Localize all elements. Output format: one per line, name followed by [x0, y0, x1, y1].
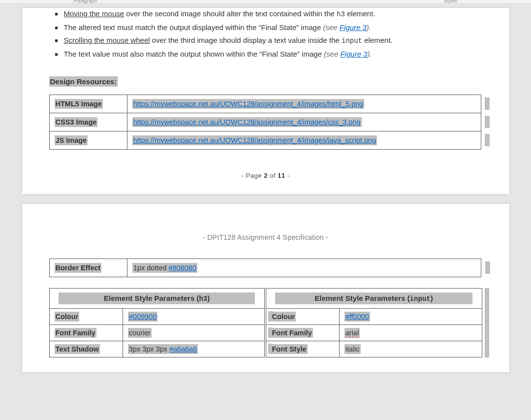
table-row: Font Style italic [266, 341, 482, 357]
input-params-table: Element Style Parameters (input) Colour … [266, 288, 482, 357]
cell-key: Font Style [271, 344, 308, 354]
bullet-icon: ■ [49, 34, 64, 45]
input-params-column: Element Style Parameters (input) Colour … [266, 288, 482, 357]
resource-link[interactable]: https://mywebspace.net.au/UOWC128/assign… [133, 118, 361, 126]
ribbon-group-styles: Styles [444, 0, 457, 3]
ribbon-group-paragraph: Paragraph [74, 0, 97, 3]
ribbon-fragment: Paragraph Styles [0, 0, 531, 4]
resource-key: CSS3 Image [55, 117, 98, 127]
requirements-list: ■ Moving the mouse over the second image… [49, 8, 482, 60]
resource-link[interactable]: https://mywebspace.net.au/UOWC128/assign… [133, 136, 376, 144]
selection-highlight-icon [485, 288, 489, 357]
table-row: HTML5 Image https://mywebspace.net.au/UO… [49, 95, 482, 113]
page-3: - DPIT128 Assignment 4 Specification - B… [22, 204, 509, 372]
list-text: Moving the mouse over the second image s… [64, 8, 375, 20]
page-2: ■ Moving the mouse over the second image… [22, 8, 509, 194]
table-row: Colour #009900 [49, 308, 265, 324]
cell-value: italic [344, 344, 361, 354]
table-header-row: Element Style Parameters (h3) [49, 288, 265, 308]
cell-key: Font Family [55, 328, 96, 338]
h3-params-table: Element Style Parameters (h3) Colour #00… [49, 288, 266, 357]
list-text: The altered text must match the output d… [64, 22, 372, 33]
resource-link[interactable]: https://mywebspace.net.au/UOWC128/assign… [133, 100, 363, 108]
cell-key: Text Shadow [55, 344, 100, 354]
list-item: ■ Scrolling the mouse wheel over the thi… [49, 34, 482, 47]
list-item: ■ The altered text must match the output… [49, 22, 482, 33]
cell-value: courier [128, 328, 152, 338]
list-item: ■ The text value must also match the out… [49, 48, 482, 60]
figure-link[interactable]: Figure 3 [340, 23, 367, 32]
table-row: JS Image https://mywebspace.net.au/UOWC1… [49, 131, 482, 149]
style-params-columns: Element Style Parameters (h3) Colour #00… [49, 288, 482, 357]
resource-key: JS Image [55, 135, 88, 145]
h3-params-column: Element Style Parameters (h3) Colour #00… [49, 288, 266, 357]
cell-key: Border Effect [55, 263, 102, 273]
design-resources-table: HTML5 Image https://mywebspace.net.au/UO… [49, 95, 482, 150]
page-header: - DPIT128 Assignment 4 Specification - [49, 233, 482, 241]
border-effect-table: Border Effect 1px dotted #808080 [49, 258, 482, 277]
table-row: Font Family arial [266, 324, 482, 341]
bullet-icon: ■ [49, 48, 64, 59]
resource-key: HTML5 Image [55, 99, 103, 109]
list-text: Scrolling the mouse wheel over the third… [64, 34, 393, 47]
table-row: Colour #ff0000 [266, 308, 482, 324]
document-workspace: Paragraph Styles ■ Moving the mouse over… [0, 0, 531, 392]
cell-key: Font Family [271, 328, 313, 338]
bullet-icon: ■ [49, 22, 64, 32]
table-header-row: Element Style Parameters (input) [266, 288, 482, 308]
cell-value-pre: 1px dotted [133, 264, 169, 272]
color-link[interactable]: #ff0000 [345, 313, 369, 321]
figure-link[interactable]: Figure 3 [340, 50, 367, 58]
bullet-icon: ■ [49, 8, 64, 18]
page-footer: - Page 2 of 11 - [49, 172, 482, 179]
color-link[interactable]: #808080 [169, 264, 196, 272]
table-row: Text Shadow 3px 3px 3px #a6a6a6 [49, 341, 265, 357]
design-resources-heading: Design Resources: [49, 76, 118, 87]
table-row: Border Effect 1px dotted #808080 [49, 258, 482, 277]
table-row: Font Family courier [49, 324, 265, 341]
cell-value: arial [345, 329, 359, 338]
cell-key: Colour [55, 312, 80, 322]
color-link[interactable]: #009900 [129, 313, 156, 321]
table-row: CSS3 Image https://mywebspace.net.au/UOW… [49, 113, 482, 131]
cell-key: Colour [271, 312, 296, 322]
list-text: The text value must also match the outpu… [64, 48, 372, 60]
list-item: ■ Moving the mouse over the second image… [49, 8, 482, 20]
color-link[interactable]: #a6a6a6 [169, 345, 197, 353]
